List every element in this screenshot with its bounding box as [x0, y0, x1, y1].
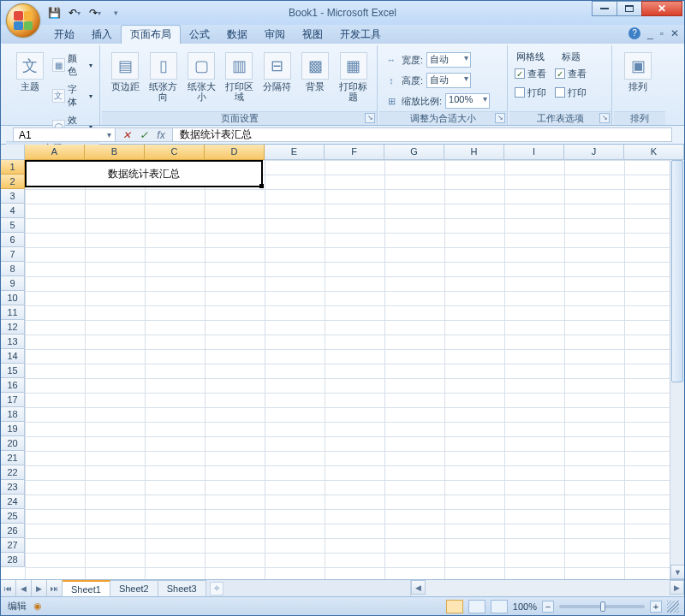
row-header-5[interactable]: 5: [1, 218, 25, 233]
margins-button[interactable]: ▤页边距: [107, 50, 143, 93]
arrange-button[interactable]: ▣排列: [619, 50, 657, 93]
enter-button[interactable]: ✓: [136, 128, 152, 142]
minimize-ribbon-icon[interactable]: _: [647, 27, 653, 39]
scroll-right-icon[interactable]: ▶: [670, 580, 684, 595]
col-header-I[interactable]: I: [504, 145, 564, 160]
qat-undo[interactable]: ↶▾: [66, 4, 83, 21]
row-header-4[interactable]: 4: [1, 204, 25, 218]
new-sheet-button[interactable]: ✧: [206, 580, 227, 596]
tab-home[interactable]: 开始: [45, 26, 83, 44]
fill-handle[interactable]: [259, 184, 264, 188]
merged-cell-a1-d2[interactable]: 数据统计表汇总: [25, 160, 263, 187]
next-sheet-button[interactable]: ▶: [32, 580, 47, 596]
sheet-tab-1[interactable]: Sheet1: [63, 580, 110, 596]
row-header-12[interactable]: 12: [1, 320, 25, 335]
col-header-G[interactable]: G: [384, 145, 444, 160]
resize-grip[interactable]: [667, 601, 679, 613]
zoom-in-button[interactable]: +: [650, 601, 662, 613]
col-header-B[interactable]: B: [85, 145, 145, 160]
row-header-2[interactable]: 2: [1, 175, 25, 189]
row-header-8[interactable]: 8: [1, 262, 25, 276]
col-header-A[interactable]: A: [25, 145, 85, 160]
zoom-slider[interactable]: [559, 605, 645, 608]
first-sheet-button[interactable]: ⏮: [1, 580, 16, 596]
row-header-14[interactable]: 14: [1, 349, 25, 364]
tab-page-layout[interactable]: 页面布局: [121, 25, 181, 44]
help-icon[interactable]: ?: [628, 27, 640, 39]
qat-redo[interactable]: ↷▾: [86, 4, 104, 21]
row-header-22[interactable]: 22: [1, 465, 25, 480]
col-header-C[interactable]: C: [145, 145, 205, 160]
tab-data[interactable]: 数据: [218, 26, 256, 44]
tab-view[interactable]: 视图: [294, 26, 331, 44]
print-area-button[interactable]: ▥打印区域: [221, 50, 257, 104]
scroll-left-icon[interactable]: ◀: [411, 580, 426, 595]
headings-view-check[interactable]: ✓查看: [555, 65, 587, 82]
row-header-24[interactable]: 24: [1, 495, 25, 509]
formula-input[interactable]: 数据统计表汇总: [173, 127, 672, 142]
close-workbook-icon[interactable]: ✕: [670, 27, 679, 39]
row-header-1[interactable]: 1: [1, 160, 25, 175]
headings-print-check[interactable]: 打印: [555, 84, 587, 101]
col-header-K[interactable]: K: [624, 145, 684, 160]
row-header-9[interactable]: 9: [1, 276, 25, 291]
size-button[interactable]: ▢纸张大小: [183, 50, 219, 104]
tab-review[interactable]: 审阅: [256, 26, 294, 44]
row-header-16[interactable]: 16: [1, 378, 25, 393]
row-header-26[interactable]: 26: [1, 524, 25, 538]
row-header-18[interactable]: 18: [1, 407, 25, 422]
normal-view-button[interactable]: [446, 600, 463, 613]
minimize-button[interactable]: [592, 1, 617, 16]
theme-fonts[interactable]: 文字体▾: [51, 81, 94, 110]
row-header-11[interactable]: 11: [1, 305, 25, 320]
name-box[interactable]: A1: [13, 127, 116, 142]
restore-workbook-icon[interactable]: ▫: [660, 27, 664, 39]
qat-save[interactable]: 💾: [45, 4, 63, 21]
row-header-19[interactable]: 19: [1, 422, 25, 436]
office-button[interactable]: [6, 3, 40, 38]
fx-button[interactable]: fx: [153, 128, 169, 142]
macro-record-icon[interactable]: ◉: [33, 601, 42, 612]
row-header-3[interactable]: 3: [1, 189, 25, 204]
row-header-25[interactable]: 25: [1, 509, 25, 524]
row-header-27[interactable]: 27: [1, 538, 25, 553]
background-button[interactable]: ▩背景: [297, 50, 333, 93]
width-combo[interactable]: 自动: [426, 52, 471, 68]
vscroll-thumb[interactable]: [671, 160, 683, 382]
cells-grid[interactable]: 数据统计表汇总: [25, 160, 684, 579]
qat-customize[interactable]: ▾: [107, 4, 124, 21]
orientation-button[interactable]: ▯纸张方向: [145, 50, 181, 104]
tab-developer[interactable]: 开发工具: [331, 26, 390, 44]
cancel-button[interactable]: ✕: [119, 128, 134, 142]
sheetopts-launcher[interactable]: ↘: [599, 113, 610, 123]
zoom-level[interactable]: 100%: [513, 601, 537, 612]
sheet-tab-2[interactable]: Sheet2: [110, 580, 158, 596]
tab-insert[interactable]: 插入: [83, 26, 121, 44]
maximize-button[interactable]: [616, 1, 642, 16]
col-header-D[interactable]: D: [205, 145, 265, 160]
vertical-scrollbar[interactable]: ▲ ▼: [670, 145, 684, 579]
print-titles-button[interactable]: ▦打印标题: [336, 50, 372, 104]
gridlines-view-check[interactable]: ✓查看: [515, 65, 546, 82]
scale-spinner[interactable]: 100%: [445, 93, 490, 109]
last-sheet-button[interactable]: ⏭: [47, 580, 63, 596]
themes-button[interactable]: 文 主题: [11, 50, 49, 93]
row-header-6[interactable]: 6: [1, 233, 25, 247]
row-header-10[interactable]: 10: [1, 291, 25, 305]
page-break-view-button[interactable]: [491, 600, 508, 613]
select-all-corner[interactable]: [1, 145, 25, 160]
pagesetup-launcher[interactable]: ↘: [365, 113, 375, 123]
zoom-out-button[interactable]: −: [542, 601, 554, 613]
col-header-H[interactable]: H: [444, 145, 504, 160]
breaks-button[interactable]: ⊟分隔符: [259, 50, 295, 93]
col-header-J[interactable]: J: [564, 145, 624, 160]
tab-formulas[interactable]: 公式: [181, 26, 218, 44]
row-header-13[interactable]: 13: [1, 335, 25, 349]
height-combo[interactable]: 自动: [426, 73, 471, 88]
row-header-28[interactable]: 28: [1, 553, 25, 567]
row-header-17[interactable]: 17: [1, 393, 25, 407]
row-header-23[interactable]: 23: [1, 480, 25, 495]
row-header-21[interactable]: 21: [1, 451, 25, 465]
row-header-7[interactable]: 7: [1, 247, 25, 262]
gridlines-print-check[interactable]: 打印: [515, 84, 546, 101]
